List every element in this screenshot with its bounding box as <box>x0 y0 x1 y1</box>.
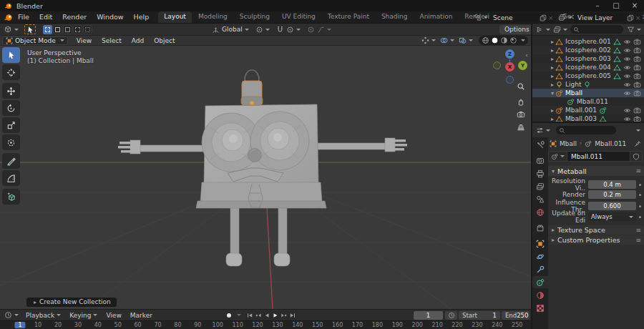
tab-tool[interactable] <box>532 139 548 151</box>
outliner-display-dropdown-icon[interactable] <box>546 29 550 31</box>
hide-eye-icon[interactable] <box>623 72 631 80</box>
frame-tick[interactable]: 20 <box>54 322 62 328</box>
properties-editor-dropdown-icon[interactable] <box>546 129 550 132</box>
frame-ruler[interactable]: 1102030405060708090100110120130140150160… <box>0 320 531 329</box>
render-visibility-icon[interactable] <box>633 72 641 80</box>
custom-properties-panel-header[interactable]: ▸ Custom Properties ≡ <box>548 235 644 245</box>
expand-arrow-icon[interactable]: ▸ <box>550 107 555 114</box>
tab-shading[interactable]: Shading <box>376 11 414 23</box>
hide-eye-icon[interactable] <box>623 46 631 54</box>
gizmo-minus-x-axis[interactable] <box>493 62 501 69</box>
frame-tick[interactable]: 140 <box>292 322 303 328</box>
timeline-editor-icon[interactable] <box>4 311 12 319</box>
cursor-tool-button[interactable] <box>2 64 20 80</box>
toggle-xray-icon[interactable] <box>459 36 467 44</box>
outliner-search-field[interactable] <box>570 25 623 34</box>
viewport-canvas[interactable]: User Perspective (1) Collection | Mball … <box>0 46 531 309</box>
close-button[interactable]: × <box>625 0 644 11</box>
frame-tick[interactable]: 90 <box>194 322 201 328</box>
id-type-dropdown[interactable] <box>548 151 567 162</box>
tab-object[interactable] <box>532 237 548 250</box>
frame-tick[interactable]: 190 <box>392 322 403 328</box>
scene-dropdown-icon[interactable] <box>484 16 488 19</box>
new-view-layer-icon[interactable] <box>627 14 634 21</box>
xray-dropdown-icon[interactable] <box>469 39 473 41</box>
frame-tick[interactable]: 220 <box>452 322 462 328</box>
hide-eye-icon[interactable] <box>623 64 631 72</box>
hide-eye-icon[interactable] <box>623 107 631 114</box>
render-visibility-icon[interactable] <box>633 89 641 97</box>
overlays-dropdown-icon[interactable] <box>450 39 454 41</box>
previous-keyframe-button[interactable] <box>254 311 263 320</box>
gizmo-y-axis[interactable]: Y <box>518 61 527 70</box>
outliner-row-icosphere-002[interactable]: ▸ Icosphere.002 <box>532 46 644 54</box>
add-cube-tool-button[interactable] <box>2 189 20 205</box>
frame-tick[interactable]: 70 <box>154 322 161 328</box>
new-scene-icon[interactable] <box>540 14 547 21</box>
tab-material[interactable] <box>532 289 548 301</box>
tab-scene[interactable] <box>532 193 548 205</box>
influence-threshold-slider[interactable]: 0.600 <box>588 202 636 210</box>
view-layer-dropdown-icon[interactable] <box>568 16 572 19</box>
pivot-dropdown-icon[interactable] <box>265 29 270 31</box>
view-layer-icon[interactable] <box>558 14 566 21</box>
render-visibility-icon[interactable] <box>633 46 641 54</box>
unlink-scene-icon[interactable]: × <box>548 14 553 21</box>
outliner-scope-dropdown-icon[interactable] <box>563 29 567 31</box>
frame-tick[interactable]: 250 <box>512 322 522 328</box>
falloff-curve-icon[interactable] <box>317 26 325 34</box>
frame-tick[interactable]: 100 <box>213 322 223 328</box>
frame-tick[interactable]: 150 <box>312 322 323 328</box>
perspective-toggle-button[interactable] <box>515 122 527 133</box>
hide-eye-icon[interactable] <box>623 81 631 89</box>
properties-editor-icon[interactable] <box>536 127 544 134</box>
outliner-filter-icon[interactable] <box>627 26 635 34</box>
frame-tick[interactable]: 200 <box>412 322 423 328</box>
hide-eye-icon[interactable] <box>623 55 631 63</box>
menu-render[interactable]: Render <box>57 11 92 23</box>
select-mode-set-button[interactable] <box>43 25 52 34</box>
update-on-edit-dropdown[interactable]: Always <box>588 212 636 221</box>
frame-tick[interactable]: 240 <box>492 322 502 328</box>
move-tool-button[interactable] <box>2 83 20 99</box>
outliner-row-icosphere-003[interactable]: ▸ Icosphere.003 <box>532 54 644 63</box>
frame-tick[interactable]: 160 <box>332 322 343 328</box>
frame-tick[interactable]: 50 <box>114 322 122 328</box>
menu-file[interactable]: File <box>13 11 34 23</box>
tab-world[interactable] <box>532 206 548 218</box>
create-collection-button[interactable]: ▸ Create New Collection <box>26 297 117 308</box>
select-mode-intersect-button[interactable] <box>83 25 92 34</box>
breadcrumb-data[interactable]: Mball.011 <box>595 140 626 147</box>
expand-arrow-icon[interactable]: ▸ <box>550 73 555 79</box>
timeline-editor-dropdown-icon[interactable] <box>14 314 19 316</box>
minimize-button[interactable]: – <box>588 0 607 11</box>
panel-menu-icon[interactable]: ≡ <box>635 227 641 234</box>
collapse-arrow-icon[interactable]: ▾ <box>550 90 555 97</box>
frame-tick[interactable]: 60 <box>135 322 142 328</box>
outliner-row-mball-011-data[interactable]: Mball.011 <box>532 97 644 106</box>
jump-to-end-button[interactable] <box>288 311 297 320</box>
tab-texture-paint[interactable]: Texture Paint <box>322 11 375 23</box>
frame-tick[interactable]: 80 <box>174 322 181 328</box>
camera-view-button[interactable] <box>515 109 527 120</box>
outliner-filter-collection-icon[interactable] <box>553 26 561 34</box>
fake-user-button[interactable] <box>630 151 643 162</box>
outliner-row-icosphere-004[interactable]: ▸ Icosphere.004 <box>532 63 644 72</box>
select-mode-subtract-button[interactable] <box>63 25 72 34</box>
outliner-display-mode-icon[interactable] <box>536 26 544 34</box>
scene-icon[interactable] <box>474 14 482 21</box>
rotate-tool-button[interactable] <box>2 100 20 116</box>
tab-object-data[interactable] <box>532 276 548 288</box>
solid-shading-icon[interactable] <box>491 36 499 44</box>
gizmo-z-axis[interactable]: Z <box>505 49 514 59</box>
scale-tool-button[interactable] <box>2 117 20 133</box>
maximize-button[interactable]: □ <box>607 0 625 11</box>
metaball-panel-header[interactable]: ▾ Metaball ≡ <box>548 166 644 176</box>
viewport-menu-object[interactable]: Object <box>149 36 180 46</box>
orientation-value[interactable]: Global <box>222 26 243 33</box>
annotate-tool-button[interactable] <box>2 153 20 169</box>
tab-collection[interactable] <box>532 222 548 234</box>
tab-view-layer[interactable] <box>532 180 548 192</box>
hide-eye-icon[interactable] <box>623 38 631 46</box>
outliner-row-icosphere-001[interactable]: ▸ Icosphere.001 <box>532 37 644 46</box>
